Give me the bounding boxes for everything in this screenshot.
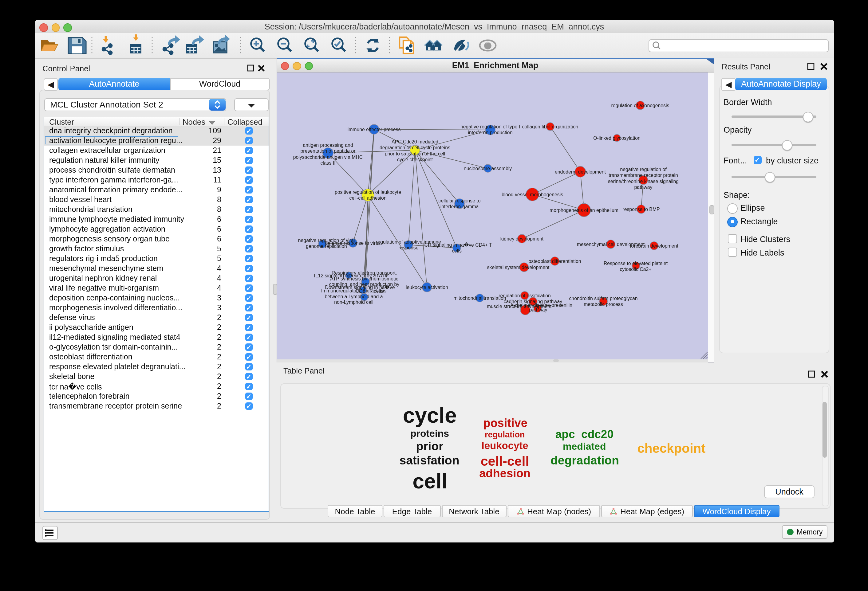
svg-text:morphogenesis of an epithelium: morphogenesis of an epithelium xyxy=(549,207,619,212)
svg-text:transmembrane receptor protein: transmembrane receptor protein xyxy=(608,172,678,178)
svg-text:nucleosome assembly: nucleosome assembly xyxy=(464,165,512,171)
svg-text:degradation of cell cycle prot: degradation of cell cycle proteins xyxy=(379,145,450,150)
svg-text:positive regulation of leukocy: positive regulation of leukocyte xyxy=(335,189,401,195)
svg-text:cell-cell adhesion: cell-cell adhesion xyxy=(349,195,386,200)
svg-text:collagen fibril organization: collagen fibril organization xyxy=(522,124,579,129)
svg-text:between a Lymphoid and a: between a Lymphoid and a xyxy=(325,294,383,299)
svg-text:CD8+ T cells: CD8+ T cells xyxy=(356,288,383,293)
svg-text:pathway: pathway xyxy=(635,184,652,190)
svg-text:mitochondrial translation: mitochondrial translation xyxy=(453,295,506,301)
svg-text:cellular response to: cellular response to xyxy=(438,198,481,203)
svg-text:regulation of axonogenesis: regulation of axonogenesis xyxy=(611,103,669,108)
svg-text:prior to satisfation of the ce: prior to satisfation of the cell xyxy=(385,151,445,156)
svg-text:leukocyte activation: leukocyte activation xyxy=(406,284,448,290)
svg-text:serine/threonine kinase signal: serine/threonine kinase signaling xyxy=(608,178,679,184)
svg-text:immune effector process: immune effector process xyxy=(348,127,401,132)
svg-text:metabolic process: metabolic process xyxy=(584,301,623,307)
svg-text:regulation of ossification: regulation of ossification xyxy=(499,293,551,298)
svg-text:response: response xyxy=(399,245,419,250)
svg-text:non-Lymphoid cell: non-Lymphoid cell xyxy=(334,299,373,304)
svg-text:presentation of peptide or: presentation of peptide or xyxy=(300,148,355,153)
svg-text:kidney development: kidney development xyxy=(500,236,544,241)
svg-text:polysaccharide antigen via MHC: polysaccharide antigen via MHC xyxy=(293,154,363,159)
svg-text:ATP synthesis by chemiosmotic: ATP synthesis by chemiosmotic xyxy=(330,276,399,281)
svg-text:interferon-gamma: interferon-gamma xyxy=(440,203,479,209)
svg-text:Response to elevated platelet: Response to elevated platelet xyxy=(604,261,668,266)
svg-text:chondroitin sulfate proteoglyc: chondroitin sulfate proteoglycan xyxy=(569,296,638,301)
svg-text:cycle checkpoint: cycle checkpoint xyxy=(397,157,433,162)
svg-text:cytosolic Ca2+: cytosolic Ca2+ xyxy=(620,266,651,271)
svg-text:TCR signaling in na�ve CD4+ T: TCR signaling in na�ve CD4+ T xyxy=(421,242,492,247)
svg-text:O-linked glycosylation: O-linked glycosylation xyxy=(593,135,641,140)
svg-text:muscle structure development: muscle structure development xyxy=(487,304,552,309)
svg-text:endoderm development: endoderm development xyxy=(555,169,606,174)
svg-text:osteoblast differentiation: osteoblast differentiation xyxy=(528,258,581,264)
svg-text:negative regulation of viral: negative regulation of viral xyxy=(298,237,355,243)
svg-text:negative regulation of type I: negative regulation of type I xyxy=(461,124,520,129)
svg-text:class II: class II xyxy=(320,160,335,165)
svg-text:response to BMP: response to BMP xyxy=(622,206,660,212)
svg-text:cells: cells xyxy=(452,248,462,253)
svg-text:blood vessel morphogenesis: blood vessel morphogenesis xyxy=(502,192,563,197)
svg-text:antigen processing and: antigen processing and xyxy=(303,142,353,147)
svg-text:negative regulation of: negative regulation of xyxy=(620,167,667,172)
svg-text:APC:Cdc20 mediated: APC:Cdc20 mediated xyxy=(391,139,438,144)
svg-text:skeletal system development: skeletal system development xyxy=(487,264,549,270)
svg-text:interferon production: interferon production xyxy=(468,130,513,135)
svg-text:genome replication: genome replication xyxy=(306,243,347,249)
svg-text:forebrain development: forebrain development xyxy=(630,243,678,248)
